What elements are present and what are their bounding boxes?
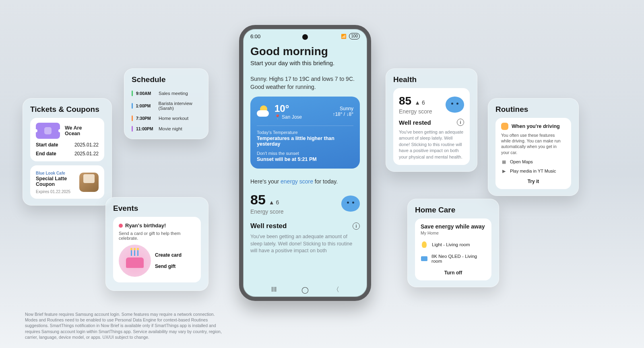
schedule-card: Schedule 9:00AM Sales meeting 1:00PM Bar… <box>124 68 208 139</box>
event-dot-icon <box>119 224 123 228</box>
info-icon[interactable]: i <box>353 222 360 230</box>
turn-off-button[interactable]: Turn off <box>421 270 486 276</box>
health-cloud-icon <box>446 97 464 113</box>
routine-item-maps[interactable]: ▦Open Maps <box>501 159 566 165</box>
ticket-end-label: End date <box>36 151 56 156</box>
event-sub: Send a card or gift to help them celebra… <box>119 231 195 241</box>
info-icon[interactable]: i <box>457 119 464 126</box>
tickets-title: Tickets & Coupons <box>30 105 104 114</box>
weather-temp: 10° <box>275 103 302 114</box>
send-gift-button[interactable]: Send gift <box>155 264 182 269</box>
schedule-title-text: Home workout <box>159 116 188 121</box>
well-rested-title: Well rested i <box>250 222 360 230</box>
coupon-expires: Expires 01.22.2025 <box>36 189 75 194</box>
schedule-title-text: Barista interview (Sarah) <box>159 101 201 111</box>
schedule-item[interactable]: 1:00PM Barista interview (Sarah) <box>132 99 201 113</box>
home-button[interactable]: ◯ <box>301 286 309 294</box>
homecare-title: Home Care <box>415 206 491 214</box>
ticket-item[interactable]: We Are Ocean Start date2025.01.22 End da… <box>30 118 104 161</box>
weather-today-text: Temperatures a little higher than yester… <box>257 136 353 147</box>
schedule-color-bar <box>132 103 133 109</box>
schedule-item[interactable]: 7:30PM Home workout <box>132 113 201 124</box>
weather-location: 📍San Jose <box>275 114 302 120</box>
energy-delta: ▲ 6 <box>269 199 279 206</box>
coupon-name: Special Latte Coupon <box>36 176 75 187</box>
schedule-title: Schedule <box>132 75 201 84</box>
homecare-card: Home Care Save energy while away My Home… <box>407 199 499 287</box>
weather-hilo: ↑18° / ↓8° <box>332 111 353 117</box>
sunny-cloud-icon <box>257 105 270 118</box>
weather-today-label: Today's Temperature <box>257 130 353 135</box>
homecare-light-item[interactable]: Light - Living room <box>421 241 486 248</box>
greeting-title: Good morning <box>250 45 360 58</box>
health-card: Health 85▲ 6 Energy score Well rested i … <box>386 68 477 172</box>
schedule-time: 1:00PM <box>136 103 155 108</box>
weather-condition: Sunny <box>332 106 353 111</box>
energy-score-row: 85▲ 6 Energy score <box>250 192 360 215</box>
status-time: 6:00 <box>250 33 260 39</box>
energy-label: Energy score <box>250 208 283 215</box>
tickets-card: Tickets & Coupons We Are Ocean Start dat… <box>23 98 112 206</box>
weather-sunset-label: Don't miss the sunset <box>257 151 353 156</box>
schedule-item[interactable]: 9:00AM Sales meeting <box>132 88 201 99</box>
schedule-time: 11:00PM <box>136 126 155 131</box>
tv-icon <box>421 255 427 262</box>
nav-bar: III ◯ 〈 <box>243 286 367 294</box>
routine-sub: You often use these features while drivi… <box>501 132 566 155</box>
create-card-button[interactable]: Create card <box>155 252 182 258</box>
ticket-event-name: We Are Ocean <box>65 125 99 136</box>
schedule-color-bar <box>132 115 133 121</box>
weather-card[interactable]: 10° 📍San Jose Sunny ↑18° / ↓8° Today's T… <box>250 97 360 169</box>
routines-card: Routines When you're driving You often u… <box>488 98 579 196</box>
latte-image-icon <box>79 173 99 192</box>
greeting-subtitle: Start your day with this briefing. <box>250 60 360 66</box>
events-card: Events Ryan's birthday! Send a card or g… <box>105 197 208 291</box>
lightbulb-icon <box>421 241 428 248</box>
routine-item-music[interactable]: ▶Play media in YT Music <box>501 169 566 174</box>
coupon-item[interactable]: Blue Look Cafe Special Latte Coupon Expi… <box>30 165 104 199</box>
routine-heading: When you're driving <box>512 124 560 129</box>
schedule-color-bar <box>132 91 133 96</box>
birthday-cake-icon <box>119 245 151 277</box>
schedule-time: 9:00AM <box>136 91 155 96</box>
schedule-time: 7:30PM <box>136 116 155 121</box>
weather-sunset-text: Sunset will be at 5:21 PM <box>257 156 353 162</box>
schedule-title-text: Movie night <box>159 126 182 131</box>
health-score-label: Energy score <box>399 108 432 115</box>
energy-score-link[interactable]: energy score <box>281 178 313 185</box>
try-it-button[interactable]: Try it <box>501 179 566 184</box>
health-rested-title: Well rested <box>399 119 431 126</box>
energy-cloud-icon <box>341 196 360 212</box>
play-icon: ▶ <box>501 169 507 174</box>
disclaimer-text: Now Brief feature requires Samsung accou… <box>25 311 226 340</box>
homecare-sub: My Home <box>421 231 486 235</box>
ticket-start-label: Start date <box>36 142 58 148</box>
coupon-brand: Blue Look Cafe <box>36 171 65 175</box>
homecare-heading: Save energy while away <box>421 223 486 230</box>
network-icon: 📶 <box>341 34 347 39</box>
battery-indicator: 100 <box>349 33 360 39</box>
ticket-start-value: 2025.01.22 <box>74 142 99 148</box>
health-score: 85 <box>399 95 411 107</box>
routines-title: Routines <box>495 105 571 114</box>
front-camera-icon <box>302 34 308 40</box>
ticket-stub-icon <box>36 123 60 139</box>
routine-driving-icon <box>501 123 508 130</box>
events-title: Events <box>113 204 201 213</box>
back-button[interactable]: 〈 <box>332 286 340 294</box>
schedule-color-bar <box>132 126 133 132</box>
ticket-end-value: 2025.01.22 <box>74 151 99 156</box>
schedule-title-text: Sales meeting <box>159 91 188 96</box>
schedule-item[interactable]: 11:00PM Movie night <box>132 124 201 134</box>
event-heading: Ryan's birthday! <box>125 222 166 229</box>
health-title: Health <box>393 75 470 84</box>
health-rested-text: You've been getting an adequate amount o… <box>399 129 464 160</box>
health-delta: ▲ 6 <box>415 99 425 106</box>
homecare-tv-item[interactable]: 8K Neo QLED - Living room <box>421 254 486 264</box>
weather-summary: Sunny. Highs 17 to 19C and lows 7 to 9C.… <box>250 75 360 91</box>
recents-button[interactable]: III <box>270 286 278 294</box>
well-rested-text: You've been getting an adequate amount o… <box>250 233 360 255</box>
grid-icon: ▦ <box>501 159 507 165</box>
energy-score: 85 <box>250 192 266 208</box>
energy-intro: Here's your energy score for today. <box>250 178 360 185</box>
